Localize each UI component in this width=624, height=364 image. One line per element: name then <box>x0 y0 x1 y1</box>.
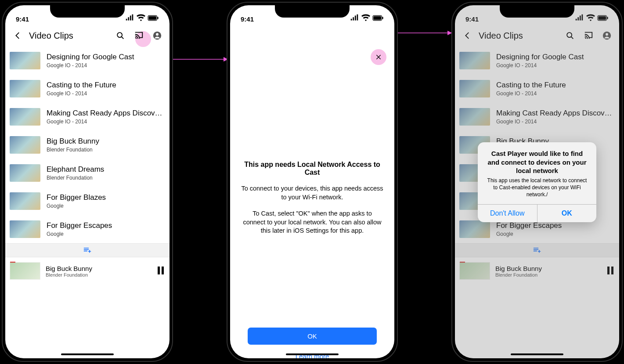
thumbnail <box>10 220 40 238</box>
cast-icon <box>134 31 144 40</box>
ok-button[interactable]: OK <box>248 328 377 345</box>
close-button[interactable] <box>371 49 386 65</box>
now-playing-thumbnail <box>10 262 40 280</box>
app-bar: Video Clips <box>5 25 170 47</box>
video-list: Designing for Google CastGoogle IO - 201… <box>5 47 170 243</box>
alert-allow-button[interactable]: OK <box>537 205 597 222</box>
thumbnail <box>10 192 40 210</box>
video-title: For Bigger Blazes <box>47 193 165 202</box>
svg-line-4 <box>122 37 124 39</box>
pause-button[interactable] <box>156 267 165 275</box>
modal-paragraph-2: To Cast, select "OK" when the app asks t… <box>241 209 384 235</box>
phone-step-3: 9:41 Video Clips Designing for Goog <box>451 2 623 362</box>
back-button[interactable] <box>10 28 25 43</box>
modal-paragraph-1: To connect to your devices, this app nee… <box>241 184 384 202</box>
video-title: Elephant Dreams <box>47 165 165 174</box>
home-indicator <box>511 353 563 355</box>
list-item[interactable]: For Bigger EscapesGoogle <box>5 215 170 243</box>
ios-permission-alert: Cast Player would like to find and conne… <box>478 142 596 222</box>
status-indicators <box>125 13 159 23</box>
video-subtitle: Google <box>47 203 165 209</box>
svg-point-3 <box>117 32 122 37</box>
chevron-left-icon <box>13 31 22 40</box>
queue-bar[interactable] <box>5 243 170 257</box>
wifi-icon <box>136 13 146 23</box>
thumbnail <box>10 52 40 69</box>
now-playing-bar[interactable]: Big Buck Bunny Blender Foundation <box>5 257 170 285</box>
svg-point-6 <box>156 33 159 36</box>
phone-step-1: 9:41 Video Clips Designing f <box>2 2 173 362</box>
list-item[interactable]: For Bigger BlazesGoogle <box>5 187 170 215</box>
account-icon <box>152 31 162 40</box>
now-playing-title: Big Buck Bunny <box>46 265 151 272</box>
battery-icon <box>372 15 384 21</box>
video-title: Making Cast Ready Apps Discover... <box>47 109 165 118</box>
cellular-icon <box>350 13 359 23</box>
cellular-icon <box>125 13 134 23</box>
thumbnail <box>10 164 40 182</box>
now-playing-subtitle: Blender Foundation <box>46 272 151 278</box>
video-title: Big Buck Bunny <box>47 137 165 146</box>
video-title: Designing for Google Cast <box>47 53 165 61</box>
notch <box>50 5 125 18</box>
svg-rect-1 <box>148 16 156 20</box>
list-item[interactable]: Elephant DreamsBlender Foundation <box>5 159 170 187</box>
thumbnail <box>10 80 40 97</box>
cast-button[interactable] <box>131 28 147 43</box>
video-subtitle: Google IO - 2014 <box>47 90 165 97</box>
status-indicators <box>350 13 384 23</box>
video-subtitle: Google IO - 2014 <box>47 119 165 125</box>
battery-icon <box>148 15 159 21</box>
list-item[interactable]: Making Cast Ready Apps Discover...Google… <box>5 103 170 131</box>
notch <box>275 5 350 18</box>
list-item[interactable]: Casting to the FutureGoogle IO - 2014 <box>5 75 170 103</box>
page-title: Video Clips <box>29 31 110 41</box>
svg-rect-8 <box>373 16 381 20</box>
thumbnail <box>10 136 40 154</box>
svg-rect-9 <box>382 17 383 19</box>
alert-title: Cast Player would like to find and conne… <box>478 142 596 177</box>
modal-title: This app needs Local Network Access to C… <box>241 161 384 177</box>
video-subtitle: Blender Foundation <box>47 147 165 153</box>
list-item[interactable]: Big Buck BunnyBlender Foundation <box>5 131 170 159</box>
video-title: For Bigger Escapes <box>47 221 165 230</box>
search-icon <box>115 31 125 40</box>
video-subtitle: Google IO - 2014 <box>47 62 165 68</box>
video-title: Casting to the Future <box>47 81 165 90</box>
phone-step-2: 9:41 This app needs Local Network Access… <box>227 2 398 362</box>
playlist-add-icon <box>83 246 92 255</box>
video-subtitle: Blender Foundation <box>47 175 165 181</box>
search-button[interactable] <box>112 28 128 43</box>
video-subtitle: Google <box>47 231 165 237</box>
notch <box>500 5 574 18</box>
alert-message: This app uses the local network to conne… <box>478 177 596 205</box>
list-item[interactable]: Designing for Google CastGoogle IO - 201… <box>5 47 170 75</box>
wifi-icon <box>361 13 371 23</box>
alert-deny-button[interactable]: Don't Allow <box>478 205 537 222</box>
home-indicator <box>61 353 114 355</box>
home-indicator <box>286 353 339 355</box>
status-time: 9:41 <box>241 15 254 23</box>
account-button[interactable] <box>149 28 165 43</box>
close-icon <box>375 54 382 61</box>
svg-rect-2 <box>157 17 158 19</box>
thumbnail <box>10 108 40 126</box>
status-time: 9:41 <box>16 15 29 23</box>
